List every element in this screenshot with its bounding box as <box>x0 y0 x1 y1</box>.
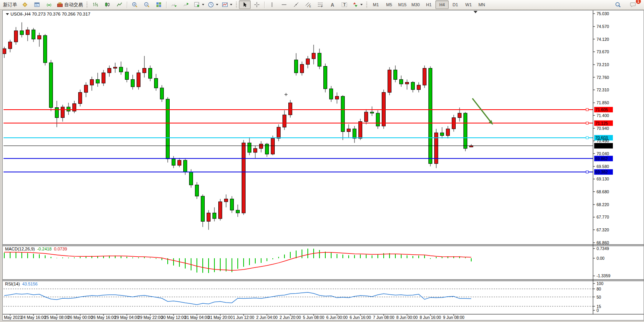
timeframe-h4-button[interactable]: H4 <box>435 0 449 9</box>
candle-body <box>90 79 94 85</box>
candle-body <box>119 67 123 72</box>
rsi-scale-label: 80 <box>597 287 601 291</box>
vertical-line-button[interactable] <box>266 0 278 9</box>
time-label: 26 May 16:00 <box>91 315 116 320</box>
candle-body <box>382 93 386 126</box>
svg-text:F: F <box>321 5 323 8</box>
line-handle[interactable] <box>586 108 588 111</box>
timeframe-m30-button[interactable]: M30 <box>409 0 422 9</box>
search-button[interactable] <box>612 0 624 9</box>
text-tool-button[interactable]: A <box>326 0 338 9</box>
new-chart-icon <box>194 2 200 8</box>
timeframe-h1-button[interactable]: H1 <box>422 0 435 9</box>
candle-body <box>49 63 53 107</box>
svg-text:T: T <box>343 3 346 7</box>
toolbar-grip[interactable] <box>235 2 237 8</box>
dropdown-caret-icon[interactable] <box>230 4 232 5</box>
candle-body <box>32 30 35 39</box>
time-label: 8 Jun 00:00 <box>397 315 418 320</box>
chart-menu-icon[interactable] <box>6 13 9 15</box>
terminal-button[interactable] <box>31 0 43 9</box>
time-label: 9 Jun 08:00 <box>443 315 465 320</box>
time-label: 7 Jun 08:00 <box>373 315 395 320</box>
dropdown-caret-icon[interactable] <box>360 4 363 5</box>
dropdown-caret-icon[interactable] <box>202 4 204 5</box>
templates-button[interactable] <box>220 0 234 9</box>
panel-separators <box>3 10 644 314</box>
candlestick-chart-button[interactable] <box>102 0 113 9</box>
auto-scroll-button[interactable] <box>168 0 180 9</box>
deposit-button[interactable] <box>19 0 31 9</box>
dropdown-caret-icon[interactable] <box>216 4 218 5</box>
new-chart-button[interactable] <box>192 0 206 9</box>
timeframe-d1-button[interactable]: D1 <box>449 0 462 9</box>
timeframe-w1-button[interactable]: W1 <box>462 0 475 9</box>
new-order-button[interactable]: 新订单 <box>2 0 19 9</box>
signal-button[interactable] <box>43 0 55 9</box>
candle-body <box>277 127 281 138</box>
candle-body <box>242 143 246 213</box>
timeframe-m5-button[interactable]: M5 <box>383 0 396 9</box>
price-tick-label: 72.310 <box>597 88 609 92</box>
chart-shift-marker-icon[interactable] <box>474 11 477 13</box>
candle-body <box>108 68 111 73</box>
candle-body <box>225 199 228 202</box>
line-handle[interactable] <box>586 122 588 124</box>
candle-body <box>143 68 146 73</box>
timeframe-m15-button[interactable]: M15 <box>396 0 409 9</box>
candle-body <box>347 129 351 131</box>
chart-canvas[interactable]: 71.60571.12570.60370.31769.86269.38275.0… <box>3 10 644 320</box>
plus-marker <box>284 93 288 96</box>
zoom-in-icon <box>132 2 138 8</box>
equidistant-channel-button[interactable]: E <box>302 0 314 9</box>
chat-button[interactable]: 1 <box>627 0 639 9</box>
tile-windows-button[interactable] <box>153 0 165 9</box>
line-handle[interactable] <box>586 136 588 139</box>
auto-trading-button[interactable]: 自动交易 <box>55 0 84 9</box>
macd-panel <box>4 248 471 273</box>
toolbar-separator <box>166 2 167 8</box>
fibonacci-button[interactable]: F <box>314 0 326 9</box>
bar-chart-button[interactable] <box>89 0 101 9</box>
candle-body <box>84 85 88 93</box>
candle-body <box>376 113 380 126</box>
candle-body <box>324 66 327 89</box>
arrows-button[interactable] <box>351 0 364 9</box>
profiles-button[interactable] <box>206 0 220 9</box>
time-label: 26 May 00:00 <box>68 315 93 320</box>
macd-label: MACD(12,26,9)-0.24180.0739 <box>5 247 67 251</box>
crosshair-button[interactable] <box>251 0 263 9</box>
candle-body <box>248 143 251 152</box>
candle-body <box>149 68 152 79</box>
annotations <box>284 11 493 125</box>
candle-body <box>67 107 70 111</box>
candle-body <box>254 149 257 152</box>
zoom-in-button[interactable] <box>129 0 140 9</box>
price-tick-label: 71.850 <box>597 100 609 105</box>
horizontal-line-button[interactable] <box>278 0 290 9</box>
terminal-window-icon <box>34 2 40 8</box>
timeframe-mn-button[interactable]: MN <box>475 0 488 9</box>
line-handle[interactable] <box>586 171 588 173</box>
candle-body <box>160 88 164 99</box>
timeframe-m1-button[interactable]: M1 <box>369 0 383 9</box>
toolbar-grip[interactable] <box>86 2 88 8</box>
toolbar-grip[interactable] <box>366 2 368 8</box>
fibonacci-icon: F <box>317 2 323 8</box>
text-label-icon: T <box>341 2 347 8</box>
candle-body <box>20 31 24 35</box>
chart-shift-button[interactable] <box>180 0 192 9</box>
candle-body <box>230 199 234 210</box>
line-chart-button[interactable] <box>114 0 125 9</box>
candle-body <box>265 144 269 154</box>
trendline-button[interactable] <box>290 0 302 9</box>
candle-body <box>429 68 432 164</box>
macd-scale-label: 0.00 <box>597 256 605 261</box>
candle-body <box>353 129 356 138</box>
search-icon <box>615 2 621 8</box>
candle-body <box>154 79 158 88</box>
zoom-out-button[interactable] <box>141 0 153 9</box>
cursor-button[interactable] <box>239 0 251 9</box>
price-tag-label: 71.605 <box>595 107 608 112</box>
text-label-button[interactable]: T <box>339 0 350 9</box>
